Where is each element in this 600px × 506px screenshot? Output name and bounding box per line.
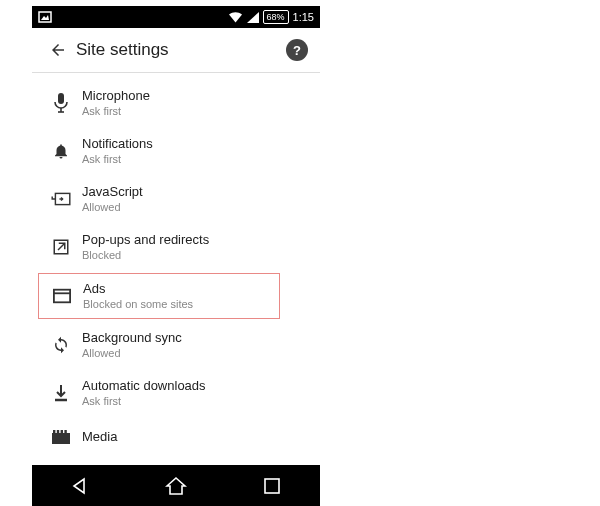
settings-list: Microphone Ask first Notifications Ask f… (32, 73, 320, 457)
signal-icon (247, 12, 259, 23)
row-microphone-sub: Ask first (82, 104, 314, 118)
svg-rect-15 (57, 430, 59, 433)
row-ads[interactable]: Ads Blocked on some sites (38, 273, 280, 319)
home-icon (165, 476, 187, 496)
row-auto-dl-title: Automatic downloads (82, 378, 314, 394)
battery-level: 68% (263, 10, 289, 24)
row-notifications[interactable]: Notifications Ask first (32, 127, 320, 175)
svg-marker-19 (167, 478, 185, 494)
svg-rect-9 (54, 290, 70, 303)
microphone-icon (40, 93, 82, 113)
row-popups-sub: Blocked (82, 248, 314, 262)
bell-icon (40, 142, 82, 160)
row-automatic-downloads[interactable]: Automatic downloads Ask first (32, 369, 320, 417)
svg-rect-14 (53, 430, 55, 433)
svg-marker-1 (41, 15, 49, 20)
row-microphone-title: Microphone (82, 88, 314, 104)
svg-rect-20 (265, 479, 279, 493)
row-popups-title: Pop-ups and redirects (82, 232, 314, 248)
svg-rect-17 (64, 430, 66, 433)
row-notifications-title: Notifications (82, 136, 314, 152)
row-background-sync[interactable]: Background sync Allowed (32, 321, 320, 369)
triangle-back-icon (70, 476, 90, 496)
svg-line-8 (58, 243, 65, 250)
row-media-title: Media (82, 429, 314, 445)
media-icon (40, 430, 82, 444)
android-nav-bar (32, 465, 320, 506)
wifi-icon (228, 12, 243, 23)
row-popups[interactable]: Pop-ups and redirects Blocked (32, 223, 320, 271)
back-button[interactable] (44, 41, 72, 59)
screenshot-icon (38, 11, 52, 23)
nav-recent-button[interactable] (242, 472, 302, 500)
help-button[interactable]: ? (286, 39, 308, 61)
arrow-left-icon (49, 41, 67, 59)
phone-frame: 68% 1:15 Site settings ? Microphone Ask … (32, 6, 320, 506)
download-icon (40, 384, 82, 402)
javascript-icon (40, 191, 82, 207)
row-ads-sub: Blocked on some sites (83, 297, 279, 311)
row-ads-title: Ads (83, 281, 279, 297)
app-bar: Site settings ? (32, 28, 320, 73)
row-bg-sync-title: Background sync (82, 330, 314, 346)
row-microphone[interactable]: Microphone Ask first (32, 79, 320, 127)
ads-icon (41, 288, 83, 304)
popup-icon (40, 238, 82, 256)
sync-icon (40, 336, 82, 354)
help-icon: ? (293, 43, 301, 58)
nav-home-button[interactable] (146, 472, 206, 500)
row-javascript[interactable]: JavaScript Allowed (32, 175, 320, 223)
row-media[interactable]: Media (32, 417, 320, 457)
row-notifications-sub: Ask first (82, 152, 314, 166)
row-javascript-title: JavaScript (82, 184, 314, 200)
svg-marker-2 (247, 12, 259, 23)
nav-back-button[interactable] (50, 472, 110, 500)
row-javascript-sub: Allowed (82, 200, 314, 214)
row-bg-sync-sub: Allowed (82, 346, 314, 360)
clock: 1:15 (293, 11, 314, 23)
square-recent-icon (263, 477, 281, 495)
row-auto-dl-sub: Ask first (82, 394, 314, 408)
svg-rect-3 (58, 93, 64, 104)
svg-rect-13 (52, 433, 70, 444)
svg-marker-18 (74, 479, 84, 493)
status-bar: 68% 1:15 (32, 6, 320, 28)
page-title: Site settings (76, 40, 286, 60)
svg-rect-16 (61, 430, 63, 433)
